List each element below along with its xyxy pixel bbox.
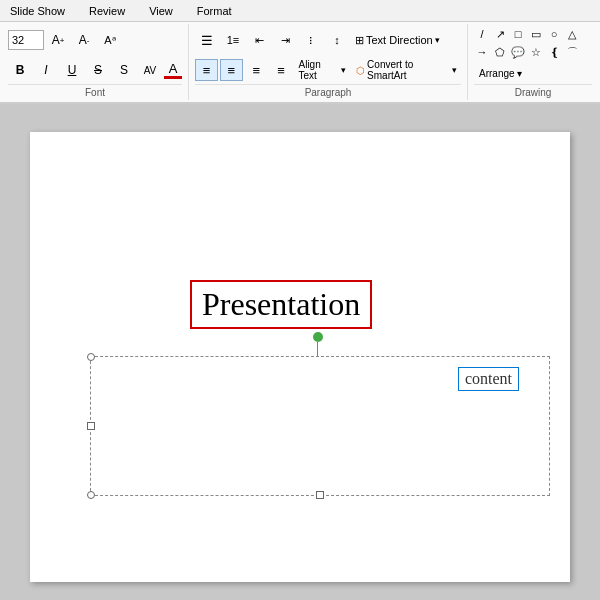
arrange-btn[interactable]: Arrange ▾	[474, 62, 527, 84]
align-center-btn[interactable]: ≡	[220, 59, 243, 81]
content-text: content	[465, 370, 512, 387]
content-inner[interactable]: content	[458, 367, 519, 391]
shape-line[interactable]: /	[474, 26, 490, 42]
clear-format-btn[interactable]: Aᵃ	[98, 29, 122, 51]
bullets-btn[interactable]: ☰	[195, 29, 219, 51]
font-shrink-btn[interactable]: A-	[72, 29, 96, 51]
decrease-indent-btn[interactable]: ⇤	[247, 29, 271, 51]
title-text: Presentation	[202, 286, 360, 322]
handle-mid-left[interactable]	[87, 422, 95, 430]
content-box[interactable]: content	[90, 356, 550, 496]
numbering-btn[interactable]: 1≡	[221, 29, 245, 51]
menu-view[interactable]: View	[143, 3, 179, 19]
align-text-label: Align Text	[299, 59, 340, 81]
shape-star[interactable]: ☆	[528, 44, 544, 60]
title-box[interactable]: Presentation	[190, 280, 372, 329]
shape-pentagon[interactable]: ⬠	[492, 44, 508, 60]
increase-indent-btn[interactable]: ⇥	[273, 29, 297, 51]
font-label: Font	[8, 84, 182, 98]
paragraph-label: Paragraph	[195, 84, 461, 98]
line-spacing-btn[interactable]: ↕	[325, 29, 349, 51]
handle-top-left[interactable]	[87, 353, 95, 361]
shape-rect[interactable]: □	[510, 26, 526, 42]
text-direction-btn[interactable]: ⊞ Text Direction ▾	[351, 32, 444, 49]
align-justify-btn[interactable]: ≡	[270, 59, 293, 81]
shape-circle[interactable]: ○	[546, 26, 562, 42]
font-color-btn[interactable]: A	[164, 61, 182, 79]
italic-btn[interactable]: I	[34, 59, 58, 81]
text-shadow-btn[interactable]: S	[112, 59, 136, 81]
columns-btn[interactable]: ⫶	[299, 29, 323, 51]
shape-triangle[interactable]: △	[564, 26, 580, 42]
slide-canvas[interactable]: Presentation content	[30, 132, 570, 582]
handle-bottom-left[interactable]	[87, 491, 95, 499]
strikethrough-btn[interactable]: S	[86, 59, 110, 81]
text-direction-label: Text Direction	[366, 34, 433, 46]
paragraph-section: ☰ 1≡ ⇤ ⇥ ⫶ ↕ ⊞ Text Direction ▾ ≡ ≡ ≡ ≡	[189, 24, 468, 100]
convert-smartart-label: Convert to SmartArt	[367, 59, 450, 81]
drawing-section: / ↗ □ ▭ ○ △ → ⬠ 💬 ☆ ❴ ⌒ Arrange ▾ Drawin…	[468, 24, 598, 100]
menu-slideshow[interactable]: Slide Show	[4, 3, 71, 19]
font-section: A+ A- Aᵃ B I U S S AV A F	[2, 24, 189, 100]
convert-smartart-btn[interactable]: ⬡ Convert to SmartArt ▾	[352, 57, 461, 83]
rotation-handle[interactable]	[313, 332, 323, 342]
slide-area: Presentation content	[0, 104, 600, 600]
char-spacing-btn[interactable]: AV	[138, 59, 162, 81]
menu-review[interactable]: Review	[83, 3, 131, 19]
font-size-input[interactable]	[8, 30, 44, 50]
shape-callout[interactable]: 💬	[510, 44, 526, 60]
shape-brace[interactable]: ❴	[546, 44, 562, 60]
menu-format[interactable]: Format	[191, 3, 238, 19]
handle-bottom-mid[interactable]	[316, 491, 324, 499]
bold-btn[interactable]: B	[8, 59, 32, 81]
drawing-label: Drawing	[474, 84, 592, 98]
align-text-arrow: ▾	[341, 65, 346, 75]
shape-bracket[interactable]: ⌒	[564, 44, 580, 60]
align-text-btn[interactable]: Align Text ▾	[295, 57, 351, 83]
rotation-line	[317, 342, 318, 357]
text-direction-arrow: ▾	[435, 35, 440, 45]
shape-right-arrow[interactable]: →	[474, 44, 490, 60]
align-right-btn[interactable]: ≡	[245, 59, 268, 81]
underline-btn[interactable]: U	[60, 59, 84, 81]
menu-bar: Slide Show Review View Format	[0, 0, 600, 22]
font-grow-btn[interactable]: A+	[46, 29, 70, 51]
ribbon: A+ A- Aᵃ B I U S S AV A F	[0, 22, 600, 104]
shape-rounded-rect[interactable]: ▭	[528, 26, 544, 42]
align-left-btn[interactable]: ≡	[195, 59, 218, 81]
shape-arrow-line[interactable]: ↗	[492, 26, 508, 42]
convert-smartart-arrow: ▾	[452, 65, 457, 75]
